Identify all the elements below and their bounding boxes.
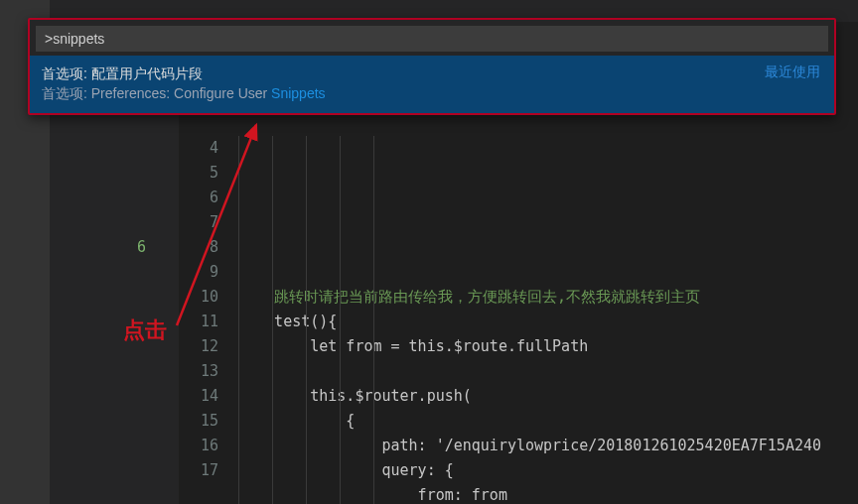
line-number: 7 xyxy=(179,210,218,235)
line-number: 11 xyxy=(179,310,218,334)
line-number: 17 xyxy=(179,458,218,483)
line-number: 14 xyxy=(179,384,218,409)
line-number: 13 xyxy=(179,359,218,384)
command-palette: 首选项: 配置用户代码片段 首选项: Preferences: Configur… xyxy=(28,18,836,115)
annotation-label: 点击 xyxy=(123,315,167,345)
code-line: 跳转时请把当前路由传给我，方便跳转回去,不然我就跳转到主页 xyxy=(238,288,700,306)
code-line: this.$router.push( xyxy=(238,387,472,405)
line-number: 9 xyxy=(179,260,218,285)
line-number: 4 xyxy=(179,136,218,161)
line-number: 16 xyxy=(179,434,218,458)
code-line xyxy=(238,362,310,380)
palette-item-badge: 最近使用 xyxy=(765,63,820,81)
palette-item-title: 首选项: 配置用户代码片段 xyxy=(42,63,822,83)
line-number: 5 xyxy=(179,161,218,186)
line-number: 10 xyxy=(179,285,218,310)
code-line: test(){ xyxy=(238,313,337,330)
code-line: { xyxy=(238,412,355,430)
line-number: 8 xyxy=(179,235,218,260)
code-line: query: { xyxy=(238,461,454,479)
line-number: 12 xyxy=(179,334,218,359)
palette-item-subtitle: 首选项: Preferences: Configure User Snippet… xyxy=(42,83,822,103)
code-line: let from = this.$route.fullPath xyxy=(238,337,588,355)
git-annotation: 6 xyxy=(137,235,146,260)
line-number: 15 xyxy=(179,409,218,434)
command-palette-item[interactable]: 首选项: 配置用户代码片段 首选项: Preferences: Configur… xyxy=(30,56,834,113)
line-number: 6 xyxy=(179,186,218,210)
code-line: path: '/enquirylowprice/201801261025420E… xyxy=(238,437,821,454)
command-palette-input[interactable] xyxy=(36,26,828,52)
